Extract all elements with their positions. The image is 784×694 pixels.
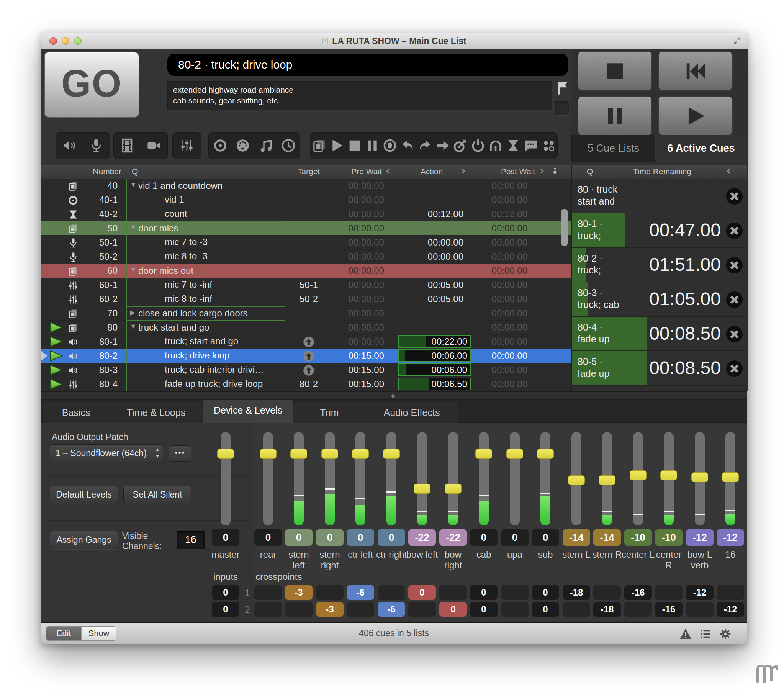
cue-row[interactable]: 50-1mic 7 to -300:00.0000:00.0000:00.00 (41, 236, 571, 250)
cue-name-cell[interactable]: fade up truck; drive loop (127, 377, 285, 391)
cue-name-cell[interactable]: mic 8 to -inf (127, 292, 285, 307)
cue-notes[interactable]: extended highway road ambiance cab sound… (167, 81, 552, 110)
crosspoint-cell[interactable] (501, 585, 529, 600)
cue-name-cell[interactable]: truck; cab interior drivi… (127, 363, 285, 377)
action-progress[interactable]: 00:06.50 (398, 377, 471, 390)
patch-more-button[interactable]: ••• (168, 445, 191, 462)
crosspoint-cell[interactable] (439, 585, 467, 600)
film-icon[interactable] (120, 138, 135, 153)
chevron-right-icon[interactable] (460, 168, 466, 174)
dots-icon[interactable] (541, 138, 556, 153)
tab-basics[interactable]: Basics (43, 402, 110, 423)
fader-handle[interactable] (290, 449, 307, 459)
pre-wait-value[interactable]: 00:00.00 (327, 308, 384, 319)
active-cue-row[interactable]: 80-2 ·truck;01:51.00 (572, 248, 747, 282)
crosspoint-cell[interactable]: 0 (470, 585, 497, 600)
flagged-toggle[interactable] (555, 101, 569, 115)
fader-handle[interactable] (321, 449, 338, 459)
pre-wait-value[interactable]: 00:00.00 (327, 280, 384, 290)
tab-trim[interactable]: Trim (293, 402, 367, 423)
post-wait-value[interactable]: 00:00.00 (470, 180, 527, 191)
column-action[interactable]: Action (407, 167, 456, 176)
audio-patch-select[interactable]: 1 – Soundflower (64ch) ▲▼ (50, 444, 163, 462)
pre-wait-value[interactable]: 00:00.00 (327, 251, 384, 262)
cue-row[interactable]: 60▼door mics out00:00.0000:00.00 (41, 264, 571, 278)
post-wait-value[interactable]: 00:00.00 (470, 265, 527, 276)
scrollbar-thumb[interactable] (561, 209, 568, 246)
fader-handle[interactable] (445, 484, 461, 494)
active-cues-header[interactable]: Q Time Remaining (572, 165, 747, 179)
pre-wait-value[interactable]: 00:00.00 (327, 209, 384, 219)
column-pre-wait[interactable]: Pre Wait (332, 167, 382, 176)
action-progress[interactable]: 00:06.00 (398, 363, 471, 376)
midi-icon[interactable] (235, 138, 250, 153)
fader-handle[interactable] (537, 449, 554, 459)
stop-cue-button[interactable] (726, 326, 743, 343)
post-wait-value[interactable]: 00:00.00 (470, 336, 527, 347)
action-value[interactable]: 00:05.00 (387, 294, 463, 305)
channel-level-value[interactable]: 0 (316, 529, 344, 546)
channel-level-value[interactable]: -10 (624, 529, 652, 546)
post-wait-value[interactable]: 00:00.00 (470, 308, 527, 319)
post-wait-value[interactable]: 00:12.00 (470, 209, 527, 219)
fader-track[interactable] (325, 432, 335, 526)
go-button[interactable]: GO (44, 52, 139, 117)
pre-wait-value[interactable]: 00:00.00 (327, 195, 384, 205)
cue-row[interactable]: 80▼truck start and go00:00.0000:00.00 (41, 321, 571, 335)
fader-track[interactable] (356, 432, 366, 526)
cue-row[interactable]: 60-1mic 7 to -inf50-100:00.0000:05.0000:… (41, 278, 571, 292)
active-cue-row[interactable]: 80-1 ·truck;00:47.00 (572, 213, 747, 248)
crosspoint-cell[interactable] (408, 602, 436, 617)
pre-wait-value[interactable]: 00:00.00 (327, 322, 384, 333)
crosspoint-cell[interactable]: -18 (563, 585, 590, 600)
redo-icon[interactable] (417, 138, 433, 153)
channel-level-value[interactable]: 0 (378, 529, 405, 546)
pre-wait-value[interactable]: 00:00.00 (327, 294, 384, 305)
channel-level-value[interactable]: 0 (285, 529, 313, 546)
crosspoint-cell[interactable]: 0 (532, 602, 559, 617)
post-wait-value[interactable]: 00:00.00 (470, 237, 527, 248)
channel-level-value[interactable]: 0 (532, 529, 559, 546)
channel-level-value[interactable]: 0 (501, 529, 529, 546)
headset-icon[interactable] (488, 138, 503, 153)
chat-icon[interactable] (523, 138, 539, 153)
pre-wait-value[interactable]: 00:00.00 (327, 336, 384, 347)
fader-handle[interactable] (352, 449, 369, 459)
pause-icon[interactable] (365, 138, 380, 153)
cue-row[interactable]: 50-2mic 8 to -300:00.0000:00.0000:00.00 (41, 250, 571, 264)
crosspoint-cell[interactable] (316, 585, 344, 600)
pre-wait-value[interactable]: 00:15.00 (327, 350, 384, 361)
disclosure-open-icon[interactable]: ▼ (130, 323, 137, 331)
microphone-icon[interactable] (89, 138, 104, 153)
active-cue-row[interactable]: 80-4 ·fade up00:08.50 (572, 317, 747, 351)
cue-name-cell[interactable]: mic 7 to -inf (127, 278, 285, 292)
column-target[interactable]: Target (290, 167, 328, 176)
crosspoint-cell[interactable] (501, 602, 529, 617)
fader-handle[interactable] (383, 449, 400, 459)
fader-handle[interactable] (660, 470, 677, 480)
speaker-icon[interactable] (62, 138, 77, 153)
record-icon[interactable] (382, 138, 397, 153)
chevron-right-icon[interactable] (539, 168, 545, 174)
hourglass-icon[interactable] (506, 138, 521, 153)
channel-level-value[interactable]: 0 (347, 529, 374, 546)
power-icon[interactable] (470, 138, 486, 153)
cue-name-cell[interactable]: ▼door mics (127, 221, 285, 236)
cue-row[interactable]: 80-4fade up truck; drive loop80-200:15.0… (41, 377, 571, 391)
stop-cue-button[interactable] (726, 222, 743, 239)
post-wait-value[interactable]: 00:00.00 (470, 223, 527, 234)
crosspoint-cell[interactable]: 0 (532, 585, 559, 600)
column-number[interactable]: Number (76, 167, 122, 176)
column-post-wait[interactable]: Post Wait (478, 167, 535, 176)
disclosure-open-icon[interactable]: ▼ (130, 223, 137, 231)
play-button[interactable] (658, 96, 733, 136)
disclosure-open-icon[interactable]: ▼ (130, 266, 137, 274)
crosspoint-cell[interactable]: -12 (686, 585, 713, 600)
channel-level-value[interactable]: -12 (716, 529, 744, 546)
cue-row[interactable]: 70▶close and lock cargo doors00:00.0000:… (41, 307, 571, 321)
pane-splitter[interactable] (41, 391, 747, 400)
channel-level-value[interactable]: -10 (655, 529, 682, 546)
fader-handle[interactable] (630, 470, 647, 480)
post-wait-value[interactable]: 00:00.00 (470, 350, 527, 361)
cue-name-cell[interactable]: mic 8 to -3 (127, 250, 285, 264)
